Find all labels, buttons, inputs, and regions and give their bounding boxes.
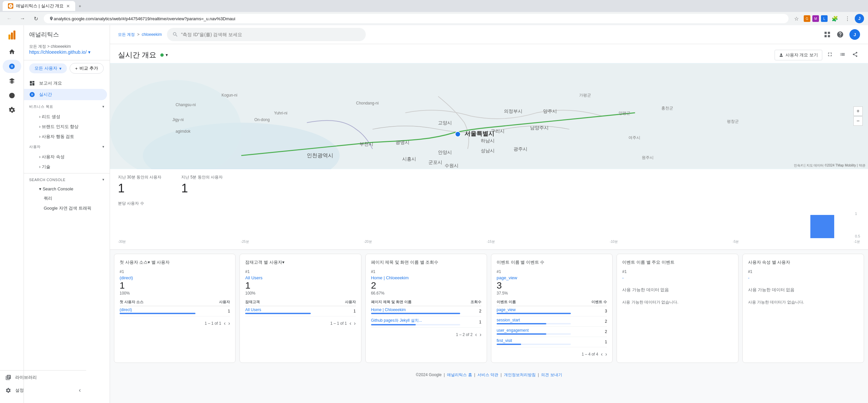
forward-button[interactable]: →	[17, 13, 28, 24]
nav-icon-configure[interactable]	[3, 104, 21, 117]
svg-text:부천시: 부천시	[360, 141, 373, 147]
compare-btn[interactable]: + 비교 추가	[69, 63, 104, 74]
svg-rect-2	[13, 30, 15, 39]
library-item[interactable]: 라이브러리	[24, 372, 86, 383]
grid-icon[interactable]	[824, 31, 831, 38]
rt-title: 실시간 개요	[118, 50, 156, 60]
nav-icon-home[interactable]	[3, 45, 21, 58]
extension-icon-2[interactable]: M	[812, 15, 819, 22]
nav-sub-brand[interactable]: › 브랜드 인지도 향상	[24, 122, 107, 132]
chart-bars	[118, 211, 860, 238]
nav-item-reports-overview[interactable]: 보고서 개요	[24, 78, 107, 89]
pagination-prev[interactable]: ‹	[475, 332, 477, 338]
search-box[interactable]	[167, 28, 366, 41]
all-users-filter-btn[interactable]: 모든 사용자 ▾	[29, 63, 67, 73]
view-user-btn[interactable]: 사용자 개요 보기	[775, 50, 822, 60]
svg-text:인천광역시: 인천광역시	[307, 152, 333, 158]
pagination-next[interactable]: ›	[354, 320, 355, 326]
pagination-prev[interactable]: ‹	[349, 320, 351, 326]
browser-user-avatar[interactable]: J	[855, 14, 864, 23]
reload-button[interactable]: ↻	[30, 13, 41, 24]
nav-sub-sc-parent[interactable]: ▾ Search Console	[24, 184, 107, 193]
share-btn[interactable]	[850, 50, 860, 60]
pagination-next[interactable]: ›	[228, 320, 230, 326]
map-zoom-controls: + −	[854, 107, 863, 126]
nav-item-realtime[interactable]: 실시간	[24, 89, 107, 100]
extensions-button[interactable]: 🧩	[830, 13, 840, 24]
property-selector[interactable]: 모든 계정 > chloeeekim https://chloeeekim.gi…	[24, 41, 110, 59]
chart-btn[interactable]	[838, 50, 847, 60]
pagination-next[interactable]: ›	[480, 332, 482, 338]
card-pagination: 1 – 2 of 2 ‹ ›	[371, 332, 482, 338]
nav-sub-user-attributes[interactable]: › 사용자 속성	[24, 152, 107, 162]
divider-3	[24, 370, 86, 371]
property-url[interactable]: https://chloeeekim.github.io/ ▾	[29, 50, 104, 55]
fullscreen-btn[interactable]	[825, 50, 835, 60]
rt-dropdown[interactable]: ▾	[166, 52, 168, 57]
card-top-item: -	[748, 275, 858, 280]
card-top-value: 1	[120, 280, 230, 291]
rt-controls: 사용자 개요 보기	[775, 50, 860, 60]
pagination-prev[interactable]: ‹	[601, 351, 602, 357]
nav-icon-explore[interactable]	[3, 74, 21, 88]
breadcrumb: 모든 계정 > chloeeekim	[118, 32, 162, 37]
svg-text:광명시: 광명시	[396, 140, 409, 145]
svg-text:Jigy-ni: Jigy-ni	[172, 117, 184, 122]
sidebar-app-title: 애널리틱스	[29, 30, 59, 38]
pagination-prev[interactable]: ‹	[224, 320, 226, 326]
breadcrumb-property[interactable]: chloeeekim	[142, 32, 162, 37]
svg-text:원주시: 원주시	[642, 155, 654, 160]
svg-text:하남시: 하남시	[481, 138, 495, 143]
expand-icon: ›	[39, 154, 40, 159]
settings-item[interactable]: 설정	[24, 385, 29, 396]
footer-link-feedback[interactable]: 의견 보내기	[541, 373, 562, 377]
nav-sub-technology[interactable]: › 기술	[24, 162, 107, 172]
card-event-name-count: 이벤트 이름 별 이벤트 수 #1 page_view 3 37.5% 이벤트 …	[491, 254, 613, 363]
footer-link-privacy[interactable]: 개인정보처리방침	[504, 373, 536, 377]
breadcrumb-root[interactable]: 모든 계정	[118, 32, 135, 37]
nav-icon-advertising[interactable]	[3, 89, 21, 102]
card-rank: #1	[622, 269, 733, 274]
card-rank: #1	[748, 269, 858, 274]
card-page-screen: 페이지 제목 및 화면 이름 별 조회수 #1 Home | Chloeeeki…	[365, 254, 487, 363]
user-filter-area: 모든 사용자 ▾ + 비교 추가	[24, 62, 110, 76]
pagination-next[interactable]: ›	[605, 351, 607, 357]
active-tab[interactable]: 애널리틱스 | 실시간 개요 ✕	[3, 1, 75, 11]
bookmark-icon[interactable]: ☆	[791, 13, 802, 24]
svg-text:Chondang-ni: Chondang-ni	[356, 101, 379, 106]
nav-sub-user-behavior[interactable]: › 사용자 행동 검토	[24, 132, 107, 142]
footer-link-home[interactable]: 애널리틱스 홈	[447, 373, 472, 377]
collapse-sidebar-btn[interactable]: ‹	[73, 384, 86, 396]
svg-text:의정부시: 의정부시	[504, 109, 523, 114]
nav-sub-lead-gen[interactable]: › 리드 생성	[24, 112, 107, 122]
left-icon-nav	[0, 25, 24, 403]
nav-subsub-traffic[interactable]: Google 자연 검색 트래픽	[24, 203, 107, 213]
svg-text:구리시: 구리시	[491, 128, 504, 134]
zoom-in-btn[interactable]: +	[854, 107, 863, 116]
mini-chart-container: 1 0.5 -30분 -25분 -20분 -15분 -10분 -5분 -1분	[110, 209, 868, 250]
section-business-goals[interactable]: 비즈니스 목표 ▾	[24, 102, 110, 112]
user-avatar[interactable]: J	[849, 29, 860, 40]
tab-close-button[interactable]: ✕	[66, 4, 70, 9]
back-button[interactable]: ←	[4, 13, 14, 24]
card-rank: #1	[371, 269, 482, 274]
svg-text:agimdok: agimdok	[176, 129, 190, 134]
section-user[interactable]: 사용자 ▾	[24, 142, 110, 152]
menu-button[interactable]: ⋮	[842, 13, 853, 24]
card-top-item: All Users	[245, 275, 355, 280]
nav-icon-realtime[interactable]	[3, 60, 21, 73]
card-title: 잠재고객 별 사용자▾	[245, 259, 355, 265]
extension-icon-1[interactable]: G	[804, 15, 810, 22]
card-top-item: -	[622, 275, 733, 280]
help-icon[interactable]	[835, 29, 845, 40]
chart-x-axis: -30분 -25분 -20분 -15분 -10분 -5분 -1분	[118, 239, 860, 244]
zoom-out-btn[interactable]: −	[854, 116, 863, 126]
search-input[interactable]	[181, 32, 361, 37]
nav-subsub-queries[interactable]: 쿼리	[24, 193, 107, 203]
new-tab-button[interactable]: +	[75, 1, 85, 10]
ga-logo	[5, 28, 19, 41]
address-input[interactable]: analytics.google.com/analytics/web/#/p44…	[44, 14, 788, 23]
footer-link-terms[interactable]: 서비스 약관	[477, 373, 498, 377]
section-search-console[interactable]: Search Console ▾	[24, 175, 110, 184]
extension-icon-3[interactable]: L	[821, 15, 828, 22]
